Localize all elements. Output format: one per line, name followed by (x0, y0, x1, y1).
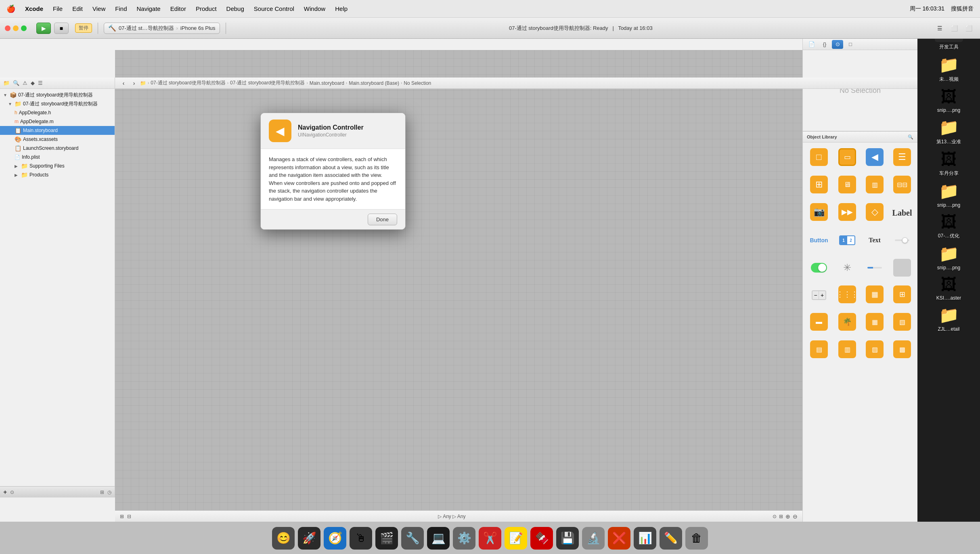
tree-item-supporting[interactable]: ▶ 📁 Supporting Files (0, 162, 115, 170)
obj-palm[interactable]: 🌴 (834, 310, 860, 336)
disclosure-supporting[interactable]: ▶ (15, 164, 19, 168)
sidebar-filter[interactable]: ⊙ (10, 489, 14, 495)
tree-item-products[interactable]: ▶ 📁 Products (0, 170, 115, 179)
object-library-search-icon[interactable]: 🔍 (908, 134, 913, 140)
obj-bar-item[interactable]: ▦ (862, 310, 888, 336)
dock-finder[interactable]: 😊 (272, 527, 295, 550)
disclosure-products[interactable]: ▶ (15, 173, 19, 177)
obj-more-3[interactable]: ▨ (862, 337, 888, 363)
dock-tools[interactable]: 🔧 (401, 527, 424, 550)
run-button[interactable]: ▶ (36, 23, 51, 34)
obj-segmented[interactable]: 1 2 (834, 227, 860, 253)
obj-tab-bar-vc[interactable]: ⊟⊟ (889, 172, 915, 198)
obj-3d-view[interactable]: ◇ (862, 200, 888, 226)
disclosure-project[interactable]: ▼ (8, 102, 13, 106)
obj-table-view-controller[interactable]: ☰ (889, 145, 915, 171)
tree-item-assets[interactable]: 🎨 Assets.xcassets (0, 135, 115, 144)
menu-view[interactable]: View (92, 5, 105, 12)
menu-debug[interactable]: Debug (226, 5, 244, 12)
zoom-out-icon[interactable]: ⊖ (793, 513, 798, 520)
inspector-tab-quick[interactable]: {} (819, 40, 830, 49)
main-canvas[interactable]: ◀ Navigation Controller UINavigationCont… (115, 50, 802, 510)
tree-item-launchscreen[interactable]: 📋 LaunchScreen.storyboard (0, 144, 115, 153)
grid-icon[interactable]: ⊟ (127, 514, 131, 519)
breadcrumb-item-2[interactable]: 07-通过 storyboard使用导航控制器 (151, 80, 225, 86)
menu-file[interactable]: File (53, 5, 63, 12)
dock-prefs[interactable]: ⚙️ (453, 527, 475, 550)
desktop-item-ksi[interactable]: 🖼 KSI….aster (929, 275, 969, 301)
breadcrumb-back[interactable]: ‹ (119, 79, 128, 88)
obj-collection-vc[interactable]: ⊞ (805, 172, 833, 198)
folder-icon[interactable]: 📁 (3, 80, 10, 86)
obj-button[interactable]: Button (805, 227, 833, 253)
obj-more-2[interactable]: ▥ (834, 337, 860, 363)
obj-label[interactable]: Label (889, 200, 915, 226)
obj-page-vc[interactable]: 🖥 (834, 172, 860, 198)
disclosure-root[interactable]: ▼ (3, 93, 8, 97)
menu-help[interactable]: Help (335, 5, 348, 12)
obj-table-view[interactable]: ⋮⋮⋮ (834, 282, 860, 308)
obj-slider[interactable] (889, 227, 915, 253)
view-as-icon[interactable]: ⊞ (120, 514, 124, 519)
dock-wps[interactable]: 🍫 (530, 527, 553, 550)
obj-bar-btn[interactable]: ▧ (889, 310, 915, 336)
obj-collection-view[interactable]: ⊞ (889, 282, 915, 308)
report-icon[interactable]: ☰ (38, 80, 43, 86)
minimize-button[interactable] (13, 25, 19, 31)
obj-more-1[interactable]: ▤ (805, 337, 833, 363)
obj-av-player[interactable]: ▶▶ (834, 200, 860, 226)
inspector-tab-identity[interactable]: ⊙ (832, 40, 843, 49)
desktop-item-snip3[interactable]: 🖼 07-…优化 (929, 213, 969, 239)
dock-video[interactable]: 🎬 (375, 527, 398, 550)
desktop-item-snip2[interactable]: 🖼 车丹分享 (929, 150, 969, 177)
dock-terminal[interactable]: 💻 (427, 527, 450, 550)
sidebar-history[interactable]: ◷ (107, 489, 111, 495)
dock-edit[interactable]: ✏️ (660, 527, 682, 550)
breadcrumb-item-6[interactable]: No Selection (404, 80, 431, 86)
obj-activity[interactable]: ✳ (834, 255, 860, 281)
apple-menu[interactable]: 🍎 (6, 4, 15, 13)
breadcrumb-item-4[interactable]: Main.storyboard (310, 80, 344, 86)
obj-textfield[interactable]: Text (862, 227, 888, 253)
dock-safari[interactable]: 🧭 (324, 527, 346, 550)
menu-xcode[interactable]: Xcode (25, 5, 43, 12)
tree-item-infoplist[interactable]: 📄 Info.plist (0, 153, 115, 162)
tree-item-root[interactable]: ▼ 📦 07-通过 storyboard使用导航控制器 (0, 90, 115, 99)
menu-edit[interactable]: Edit (72, 5, 83, 12)
inspector-tab-attributes[interactable]: □ (845, 40, 856, 49)
obj-progress[interactable] (862, 255, 888, 281)
desktop-item-snip1[interactable]: 🖼 snip….png (929, 88, 969, 113)
dock-launchpad[interactable]: 🚀 (298, 527, 320, 550)
breakpoint-icon[interactable]: ◆ (31, 80, 35, 86)
dock-trash[interactable]: 🗑 (685, 527, 708, 550)
dock-preview[interactable]: 🔬 (582, 527, 605, 550)
menu-navigate[interactable]: Navigate (136, 5, 160, 12)
obj-toolbar[interactable]: ▬ (805, 310, 833, 336)
tree-item-appdelegatem[interactable]: m AppDelegate.m (0, 117, 115, 126)
maximize-button[interactable] (21, 25, 27, 31)
menu-editor[interactable]: Editor (170, 5, 186, 12)
grid-toggle[interactable]: ⊞ (779, 514, 783, 519)
obj-stepper[interactable]: − + (805, 282, 833, 308)
dock-xmind[interactable]: ✂️ (479, 527, 501, 550)
obj-gray-view[interactable] (889, 255, 915, 281)
desktop-item-folder4[interactable]: 📁 snip….png (929, 244, 969, 271)
desktop-item-folder2[interactable]: 📁 第13…业准 (929, 118, 969, 145)
search-icon[interactable]: 🔍 (13, 80, 19, 86)
pause-badge[interactable]: 暂停 (75, 23, 92, 33)
tree-item-appdelegateh[interactable]: h AppDelegate.h (0, 108, 115, 117)
scheme-selector[interactable]: 🔨 07-通过 st…导航控制器 › iPhone 6s Plus (104, 23, 220, 34)
menu-find[interactable]: Find (115, 5, 127, 12)
add-file-button[interactable]: + (3, 489, 7, 496)
zoom-in-icon[interactable]: ⊕ (785, 513, 790, 520)
desktop-item-folder3[interactable]: 📁 snip….png (929, 182, 969, 208)
popup-done-button[interactable]: Done (368, 214, 397, 225)
breadcrumb-item-1[interactable]: 📁 (140, 80, 146, 86)
desktop-item-zjl[interactable]: 📁 ZJL…etail (929, 306, 969, 332)
obj-view-outline[interactable]: ▭ (834, 145, 860, 171)
close-button[interactable] (5, 25, 10, 31)
dock-black[interactable]: 💾 (556, 527, 579, 550)
menu-source-control[interactable]: Source Control (254, 5, 294, 12)
warning-icon[interactable]: ⚠ (23, 80, 27, 86)
dock-err[interactable]: ❌ (608, 527, 630, 550)
